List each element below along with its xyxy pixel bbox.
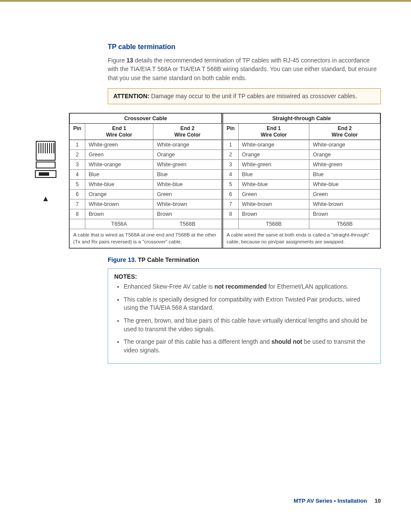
crossover-table: Crossover Cable Pin End 1Wire Color End …	[69, 113, 222, 248]
intro-fignum: 13	[127, 57, 134, 64]
table-row: 6GreenGreen	[222, 190, 380, 199]
standard-row: T568BT568B	[222, 219, 380, 229]
page-body: TP cable termination Figure 13 details t…	[0, 13, 411, 521]
list-item: This cable is specially designed for com…	[124, 296, 374, 312]
col-end2: End 2Wire Color	[153, 124, 222, 140]
termination-tables-wrap: ▲ Crossover Cable Pin End 1Wire Color En…	[34, 113, 381, 249]
table-row: 6OrangeGreen	[70, 190, 222, 199]
table-row: 1White-greenWhite-orange	[70, 140, 222, 150]
table-row: 7White-brownWhite-brown	[70, 199, 222, 209]
svg-rect-11	[39, 172, 49, 176]
table-row: 2GreenOrange	[70, 150, 222, 160]
col-pin: Pin	[70, 124, 85, 140]
straight-title: Straight-through Cable	[222, 114, 380, 124]
straight-footnote: A cable wired the same at both ends is c…	[222, 229, 380, 248]
table-row: 8BrownBrown	[222, 209, 380, 219]
intro-prefix: Figure	[108, 57, 127, 64]
list-item: Enhanced Skew-Free AV cable is not recom…	[124, 283, 374, 291]
list-item: The green, brown, and blue pairs of this…	[124, 317, 374, 333]
col-pin: Pin	[222, 124, 238, 140]
list-item: The orange pair of this cable has a diff…	[124, 338, 374, 355]
straight-table: Straight-through Cable Pin End 1Wire Col…	[222, 113, 380, 248]
notes-callout: NOTES: Enhanced Skew-Free AV cable is no…	[108, 268, 381, 364]
table-row: 4BlueBlue	[222, 170, 380, 180]
table-row: 1White-orangeWhite-orange	[222, 140, 380, 150]
footer-page-number: 10	[375, 498, 381, 504]
crossover-title: Crossover Cable	[70, 114, 222, 124]
attention-text: Damage may occur to the unit if TP cable…	[151, 93, 357, 100]
table-row: 3White-orangeWhite-green	[70, 160, 222, 170]
rj45-icon	[34, 139, 57, 190]
crossover-footnote: A cable that is wired as T568A at one en…	[70, 229, 222, 248]
svg-rect-9	[36, 162, 55, 168]
page-footer: MTP AV Series • Installation 10	[293, 498, 381, 504]
figure-text: TP Cable Termination	[138, 256, 199, 263]
attention-label: ATTENTION:	[113, 93, 149, 100]
table-row: 3White-greenWhite-green	[222, 160, 380, 170]
attention-callout: ATTENTION: Damage may occur to the unit …	[108, 88, 381, 105]
cable-tables-container: Crossover Cable Pin End 1Wire Color End …	[69, 113, 381, 249]
section-title: TP cable termination	[108, 43, 381, 51]
table-row: 2OrangeOrange	[222, 150, 380, 160]
col-end1: End 1Wire Color	[238, 124, 309, 140]
rj45-connector-figure: ▲	[34, 113, 57, 202]
intro-paragraph: Figure 13 details the recommended termin…	[108, 56, 381, 82]
table-row: 5White-blueWhite-blue	[70, 180, 222, 190]
footer-series: MTP AV Series • Installation	[293, 498, 367, 504]
table-row: 8BrownBrown	[70, 209, 222, 219]
table-row: 4BlueBlue	[70, 170, 222, 180]
table-row: 7White-brownWhite-brown	[222, 199, 380, 209]
notes-label: NOTES:	[114, 273, 137, 280]
intro-rest: details the recommended termination of T…	[108, 57, 377, 81]
standard-row: T658AT568B	[70, 219, 222, 229]
insert-arrow-icon: ▲	[42, 195, 50, 202]
figure-caption: Figure 13. TP Cable Termination	[108, 256, 381, 263]
col-end1: End 1Wire Color	[85, 124, 153, 140]
top-accent-bar	[0, 0, 411, 13]
col-end2: End 2Wire Color	[309, 124, 380, 140]
notes-list: Enhanced Skew-Free AV cable is not recom…	[118, 283, 374, 355]
figure-label: Figure 13.	[108, 256, 136, 263]
table-row: 5White-blueWhite-blue	[222, 180, 380, 190]
